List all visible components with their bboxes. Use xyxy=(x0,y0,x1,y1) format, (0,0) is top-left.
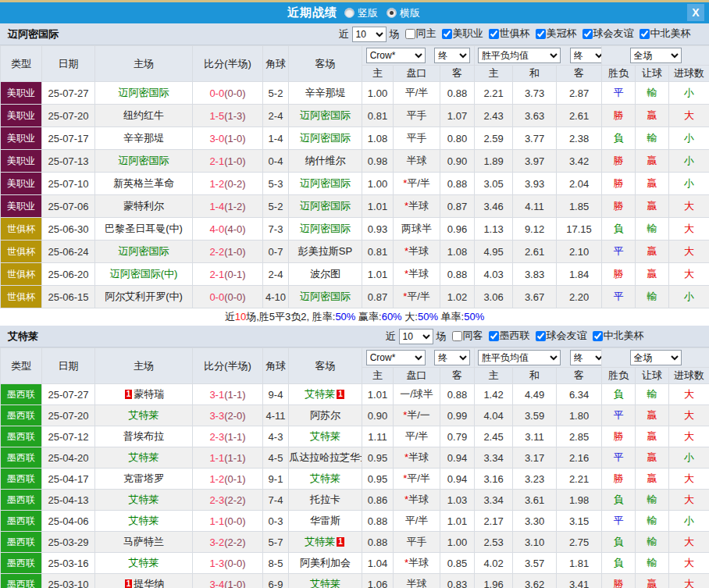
filter-checkbox-美冠杯[interactable]: 美冠杯 xyxy=(532,27,577,41)
avg-odds-cell: 3.16 xyxy=(475,469,513,490)
handicap-cell: *半球 xyxy=(394,447,440,469)
home-team-cell: 新英格兰革命 xyxy=(95,173,193,195)
score-cell: 3-3(2-0) xyxy=(193,405,263,426)
checkbox[interactable] xyxy=(593,331,603,341)
odds-cell: 1.00 xyxy=(440,532,475,553)
score-cell: 4-0(4-0) xyxy=(193,218,263,241)
avg-odds-cell: 3.57 xyxy=(513,553,557,574)
corners-cell: 9-4 xyxy=(263,384,289,405)
result-cell: 平 xyxy=(602,286,636,308)
away-team-cell: 阿美利加会 xyxy=(289,553,362,574)
match-row: 墨西联25-03-101提华纳3-4(1-0)6-9艾特莱1.06半球0.831… xyxy=(1,574,709,588)
corners-cell: 4-10 xyxy=(263,286,289,308)
matches-count-select[interactable]: 10 xyxy=(399,329,433,344)
result-cell: 輸 xyxy=(636,553,669,574)
matches-count-select[interactable]: 10 xyxy=(352,27,387,42)
odds-cell: 1.00 xyxy=(362,173,394,195)
games-label: 场 xyxy=(436,330,447,344)
team-name: 辛辛那堤 xyxy=(305,87,346,98)
filter-checkbox-美职业[interactable]: 美职业 xyxy=(438,27,483,41)
col-handicap-result: 让球 xyxy=(636,368,669,384)
league-cell: 世俱杯 xyxy=(1,241,42,263)
checkbox[interactable] xyxy=(536,29,546,39)
checkbox[interactable] xyxy=(640,29,650,39)
odds-cell: 0.88 xyxy=(440,263,475,286)
avg-final-select[interactable]: 终 xyxy=(570,48,602,63)
date-cell: 25-07-17 xyxy=(42,127,95,150)
asterisk: * xyxy=(404,245,408,257)
result-cell: 小 xyxy=(669,286,709,308)
checkbox[interactable] xyxy=(536,331,546,341)
score-cell: 1-4(1-2) xyxy=(193,195,263,218)
filter-checkbox-世俱杯[interactable]: 世俱杯 xyxy=(485,27,530,41)
odds-cell: 0.87 xyxy=(440,195,475,218)
odds-source-select[interactable]: Crow* xyxy=(366,350,426,365)
avg-source-select[interactable]: 胜平负均值 xyxy=(478,48,561,63)
result-cell: 輸 xyxy=(636,384,669,405)
avg-odds-cell: 2.45 xyxy=(475,426,513,447)
filter-checkbox-同客[interactable]: 同客 xyxy=(448,329,483,343)
league-cell: 世俱杯 xyxy=(1,286,42,308)
odds-source-select[interactable]: Crow* xyxy=(366,48,426,63)
filter-checkbox-中北美杯[interactable]: 中北美杯 xyxy=(636,27,691,41)
filter-checkbox-同主[interactable]: 同主 xyxy=(401,27,436,41)
avg-odds-cell: 2.20 xyxy=(557,286,602,308)
corners-cell: 2-4 xyxy=(263,263,289,286)
avg-odds-cell: 1.81 xyxy=(557,553,602,574)
fulltime-score: 2-1 xyxy=(209,155,224,167)
odds-cell: 1.08 xyxy=(440,241,475,263)
corners-cell: 4-11 xyxy=(263,405,289,426)
checkbox[interactable] xyxy=(442,29,452,39)
result-cell: 贏 xyxy=(636,447,669,469)
layout-radio-vertical[interactable] xyxy=(344,8,354,18)
result-cell: 大 xyxy=(669,553,709,574)
avg-odds-cell: 1.80 xyxy=(557,405,602,426)
layout-radio-horizontal[interactable] xyxy=(387,8,397,18)
away-team-cell: 辛辛那堤 xyxy=(289,82,362,105)
near-label: 近 xyxy=(386,330,396,344)
fulltime-select[interactable]: 全场 xyxy=(630,48,682,63)
fulltime-score: 3-3 xyxy=(209,410,224,422)
avg-final-select[interactable]: 终 xyxy=(570,350,602,365)
halftime-score: (1-3) xyxy=(224,110,245,122)
home-team-cell: 阿尔艾利开罗(中) xyxy=(95,286,193,308)
odds-cell: 0.93 xyxy=(362,218,394,241)
team-name: 艾特莱 xyxy=(305,388,335,400)
checkbox[interactable] xyxy=(405,29,415,39)
halftime-score: (0-0) xyxy=(224,515,245,527)
odds-final-select[interactable]: 终 xyxy=(434,350,470,365)
filter-checkbox-球会友谊[interactable]: 球会友谊 xyxy=(532,329,587,343)
away-team-cell: 迈阿密国际 xyxy=(289,195,362,218)
avg-source-select[interactable]: 胜平负均值 xyxy=(478,350,561,365)
filter-checkbox-球会友谊[interactable]: 球会友谊 xyxy=(579,27,634,41)
halftime-score: (1-0) xyxy=(224,133,245,144)
checkbox[interactable] xyxy=(452,331,462,341)
odds-final-select[interactable]: 终 xyxy=(434,48,470,63)
fulltime-score: 1-2 xyxy=(209,178,224,190)
layout-radio-horizontal-label: 横版 xyxy=(400,6,420,20)
checkbox[interactable] xyxy=(489,331,499,341)
odds-cell: 1.08 xyxy=(362,127,394,150)
red-card-badge: 1 xyxy=(337,537,344,547)
home-team-cell: 艾特莱 xyxy=(95,405,193,426)
close-button[interactable]: X xyxy=(687,4,704,21)
checkbox[interactable] xyxy=(489,29,499,39)
col-avg-away: 客 xyxy=(557,368,602,384)
filter-checkbox-中北美杯[interactable]: 中北美杯 xyxy=(589,329,644,343)
odds-cell: 1.02 xyxy=(440,286,475,308)
avg-odds-cell: 4.49 xyxy=(513,384,557,405)
handicap-cell: 半球 xyxy=(394,150,440,173)
match-row: 墨西联25-04-17克雷塔罗1-2(0-1)9-1艾特莱0.95*平/半0.9… xyxy=(1,469,709,490)
date-cell: 25-07-13 xyxy=(42,150,95,173)
filter-checkbox-墨西联[interactable]: 墨西联 xyxy=(485,329,530,343)
team-name: 巴黎圣日耳曼(中) xyxy=(105,223,183,234)
avg-odds-cell: 3.05 xyxy=(475,173,513,195)
result-cell: 大 xyxy=(669,241,709,263)
fulltime-select[interactable]: 全场 xyxy=(630,350,682,365)
fulltime-score: 2-3 xyxy=(209,431,224,443)
handicap-cell: 平/半 xyxy=(394,426,440,447)
match-row: 美职业25-07-10新英格兰革命1-2(0-2)5-3迈阿密国际1.00*平/… xyxy=(1,173,709,195)
checkbox[interactable] xyxy=(583,29,593,39)
result-cell: 大 xyxy=(669,426,709,447)
home-team-cell: 克雷塔罗 xyxy=(95,469,193,490)
